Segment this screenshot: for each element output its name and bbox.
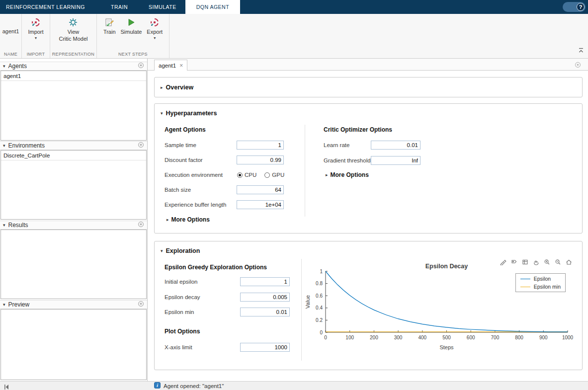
exploration-section-title: Exploration (166, 247, 200, 254)
svg-text:800: 800 (515, 335, 523, 340)
tab-train[interactable]: TRAIN (105, 0, 134, 14)
radio-button-icon[interactable] (237, 172, 243, 178)
execution-environment-label: Execution environment (165, 170, 223, 179)
close-tab-icon[interactable]: × (179, 63, 183, 69)
agents-panel-header[interactable]: ▾ Agents (0, 62, 147, 71)
train-button[interactable]: Train (101, 16, 118, 37)
legend-line-swatch (520, 279, 530, 279)
panel-actions-icon[interactable] (138, 300, 144, 309)
list-item-agent[interactable]: agent1 (1, 71, 146, 81)
batch-size-input[interactable] (237, 185, 284, 194)
environments-panel-header[interactable]: ▾ Environments (0, 141, 147, 150)
minimize-toolstrip-icon[interactable] (578, 46, 584, 55)
document-tab-bar: agent1 × (148, 59, 588, 71)
list-item-environment[interactable]: Discrete_CartPole (1, 151, 146, 160)
status-bar: i Agent opened: "agent1" (0, 381, 588, 390)
view-critic-model-label: ViewCritic Model (59, 29, 87, 43)
learn-rate-label: Learn rate (324, 141, 349, 150)
expand-triangle-icon: ▸ (161, 85, 163, 90)
agents-list: agent1 (0, 71, 147, 141)
group-label-next-steps: NEXT STEPS (97, 52, 169, 57)
gradient-threshold-label: Gradient threshold (324, 156, 371, 165)
svg-text:0.6: 0.6 (316, 293, 323, 299)
chevron-down-icon: ▾ (154, 36, 156, 40)
info-icon: i (154, 382, 161, 390)
tab-dqn-agent[interactable]: DQN AGENT (185, 0, 240, 14)
help-icon: ? (577, 3, 585, 11)
epsilon-decay-chart: Epsilon Decay00.20.40.60.810100200300400… (304, 258, 580, 367)
radio-gpu-label: GPU (272, 172, 284, 178)
epsilon-greedy-options-title: Epsilon Greedy Exploration Options (165, 264, 267, 271)
agent-more-options-toggle[interactable]: ▸ More Options (167, 216, 210, 223)
sample-time-input[interactable] (237, 141, 284, 150)
epsilon-decay-label: Epsilon decay (165, 293, 200, 302)
view-critic-model-button[interactable]: ViewCritic Model (57, 16, 89, 44)
radio-option-gpu[interactable]: GPU (264, 172, 284, 178)
svg-text:0.8: 0.8 (316, 281, 323, 286)
gradient-threshold-input[interactable] (371, 156, 420, 165)
initial-epsilon-input[interactable] (240, 277, 290, 286)
status-message-text: Agent opened: "agent1" (164, 383, 224, 389)
panel-actions-icon[interactable] (138, 62, 144, 71)
experience-buffer-length-input[interactable] (237, 200, 284, 209)
epsilon-min-label: Epsilon min (165, 308, 194, 316)
svg-text:i: i (157, 383, 158, 388)
toolstrip-group-next-steps: Train Simulate (97, 14, 169, 58)
toolstrip-group-name: agent1 NAME (0, 14, 22, 58)
document-tab-agent1[interactable]: agent1 × (154, 60, 187, 71)
epsilon-decay-input[interactable] (240, 293, 290, 302)
import-icon (31, 17, 41, 28)
exploration-section: ▾ Exploration Epsilon Greedy Exploration… (154, 241, 583, 370)
import-button[interactable]: Import ▾ (26, 16, 45, 41)
radio-button-icon[interactable] (264, 172, 270, 178)
panel-actions-icon[interactable] (138, 221, 144, 230)
simulate-button[interactable]: Simulate (119, 16, 144, 37)
tab-reinforcement-learning[interactable]: REINFORCEMENT LEARNING (0, 0, 91, 14)
collapse-triangle-icon: ▾ (3, 64, 5, 69)
svg-text:700: 700 (491, 335, 500, 340)
svg-text:0.2: 0.2 (316, 317, 323, 323)
overview-section: ▸ Overview (154, 77, 583, 97)
legend-line-swatch (520, 287, 530, 287)
agent-name-field[interactable]: agent1 (2, 28, 19, 34)
svg-text:200: 200 (370, 335, 378, 340)
document-actions-icon[interactable] (575, 61, 581, 70)
help-button[interactable]: ? (563, 2, 586, 12)
svg-text:0: 0 (324, 335, 327, 340)
toolstrip-group-representation: ViewCritic Model REPRESENTATION (50, 14, 97, 58)
batch-size-label: Batch size (165, 185, 191, 194)
exploration-section-header[interactable]: ▾ Exploration (161, 247, 200, 254)
hyperparameters-section-header[interactable]: ▾ Hyperparameters (161, 110, 217, 117)
epsilon-min-input[interactable] (240, 308, 290, 316)
legend-entry: Epsilon (520, 276, 561, 282)
collapse-sidebar-icon[interactable] (3, 383, 10, 390)
tab-simulate[interactable]: SIMULATE (143, 0, 182, 14)
collapse-triangle-icon: ▾ (161, 248, 163, 253)
execution-environment-radio-group: CPU GPU (237, 170, 284, 179)
collapse-triangle-icon: ▾ (3, 223, 5, 228)
svg-text:0: 0 (320, 330, 323, 335)
critic-more-options-label: More Options (331, 171, 369, 178)
svg-text:Value: Value (305, 295, 311, 309)
learn-rate-input[interactable] (371, 141, 420, 150)
preview-panel-header[interactable]: ▾ Preview (0, 300, 147, 309)
chart-legend[interactable]: EpsilonEpsilon min (515, 273, 566, 292)
hyperparameters-section-title: Hyperparameters (166, 110, 217, 117)
collapse-triangle-icon: ▾ (3, 302, 5, 307)
document-tab-label: agent1 (159, 63, 176, 69)
discount-factor-input[interactable] (237, 156, 284, 164)
radio-option-cpu[interactable]: CPU (237, 172, 256, 178)
overview-section-title: Overview (166, 84, 194, 91)
export-button[interactable]: Export ▾ (145, 16, 165, 41)
svg-text:100: 100 (345, 335, 354, 340)
x-axis-limit-input[interactable] (240, 343, 290, 352)
critic-more-options-toggle[interactable]: ▸ More Options (326, 171, 369, 178)
group-label-name: NAME (0, 52, 21, 57)
overview-section-header[interactable]: ▸ Overview (161, 84, 193, 91)
simulate-icon (126, 17, 136, 28)
panel-actions-icon[interactable] (138, 141, 144, 150)
results-panel-header[interactable]: ▾ Results (0, 221, 147, 230)
browser-sidebar: ▾ Agents agent1 ▾ Environments Discrete_… (0, 59, 148, 381)
toolstrip-group-import: Import ▾ IMPORT (22, 14, 50, 58)
train-icon (104, 17, 114, 28)
